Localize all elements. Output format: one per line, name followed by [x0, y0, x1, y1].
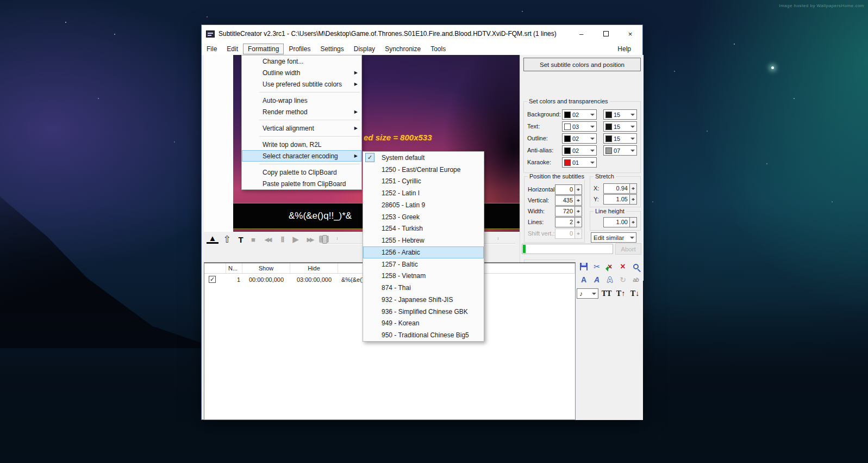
antialias-color-combo[interactable]: 02 [562, 145, 597, 156]
spinner-arrows[interactable] [575, 195, 582, 206]
menu-item-auto-wrap[interactable]: Auto-wrap lines [242, 95, 361, 106]
case-down-icon[interactable]: T↓ [629, 288, 641, 299]
submenu-item-1254[interactable]: 1254 - Turkish [363, 223, 484, 235]
play-icon[interactable]: ▶ [290, 233, 302, 245]
submenu-item-1258[interactable]: 1258 - Vietnam [363, 270, 484, 282]
title-bar[interactable]: SubtitleCreator v2.3rc1 - C:\Users\M\Des… [202, 25, 642, 42]
font-bold-icon[interactable]: A [578, 274, 590, 285]
header-num[interactable]: N... [226, 263, 242, 273]
spinner-arrows[interactable] [630, 194, 637, 205]
menu-help[interactable]: Help [613, 44, 636, 54]
font-outline-icon[interactable]: A [604, 274, 616, 285]
skip-back-icon[interactable]: ◀◀ [260, 233, 274, 245]
eject-icon[interactable]: ▲ [207, 233, 218, 244]
lines-spinner[interactable]: 2 [555, 217, 582, 227]
seek-slider-thumb[interactable] [322, 235, 327, 244]
spinner-arrows[interactable] [630, 217, 637, 227]
submenu-item-874[interactable]: 874 - Thai [363, 282, 484, 294]
cut-icon[interactable]: ✂ [591, 261, 603, 272]
menu-item-render-method[interactable]: Render method▶ [242, 106, 361, 118]
submenu-arrow-icon: ▶ [354, 109, 358, 114]
header-hide[interactable]: Hide [290, 263, 338, 273]
menu-item-prefered-colors[interactable]: Use prefered subtitle colors▶ [242, 78, 361, 90]
chevron-down-icon [591, 289, 598, 298]
close-button[interactable]: × [618, 25, 642, 42]
submenu-item-system-default[interactable]: ✓ System default [363, 152, 484, 164]
menu-edit[interactable]: Edit [222, 44, 243, 54]
spellcheck-icon[interactable]: ab [630, 274, 642, 285]
delete-icon[interactable]: × [617, 261, 629, 272]
save-icon[interactable] [578, 261, 590, 272]
submenu-item-932[interactable]: 932 - Japanese Shift-JIS [363, 294, 484, 306]
delete-import-icon[interactable]: × [604, 261, 616, 272]
text-alpha-combo[interactable]: 15 [603, 121, 637, 132]
maximize-button[interactable] [594, 25, 618, 42]
menu-file[interactable]: File [202, 44, 222, 54]
vertical-spinner[interactable]: 435 [555, 195, 582, 206]
set-colors-position-button[interactable]: Set subtitle colors and position [523, 58, 641, 71]
spinner-arrows[interactable] [575, 184, 582, 195]
stretch-group-title: Stretch [594, 173, 616, 180]
menu-item-copy-palette[interactable]: Copy palette to ClipBoard [242, 166, 361, 178]
menu-item-paste-palette[interactable]: Paste palette from ClipBoard [242, 178, 361, 189]
skip-forward-icon[interactable]: ▶▶ [303, 233, 317, 245]
submenu-item-1255[interactable]: 1255 - Hebrew [363, 234, 484, 246]
submenu-item-1251[interactable]: 1251 - Cyrillic [363, 176, 484, 188]
menu-settings[interactable]: Settings [315, 44, 348, 54]
menu-formatting[interactable]: Formatting [243, 44, 284, 54]
edit-similar-dropdown[interactable]: Edit similar [591, 232, 636, 243]
karaoke-color-combo[interactable]: 01 [562, 157, 597, 168]
submenu-item-936[interactable]: 936 - Simplified Chinese GBK [363, 306, 484, 318]
font-italic-icon[interactable]: A [591, 274, 603, 285]
menu-item-change-font[interactable]: Change font... [242, 55, 361, 67]
submenu-item-1250[interactable]: 1250 - East/Central Europe [363, 164, 484, 176]
antialias-alpha-combo[interactable]: 07 [603, 145, 637, 156]
stop-icon[interactable]: ■ [247, 233, 259, 245]
width-spinner[interactable]: 720 [555, 206, 582, 217]
pause-icon[interactable]: Ⅱ [277, 233, 289, 245]
submenu-item-949[interactable]: 949 - Korean [363, 318, 484, 330]
case-tt-icon[interactable]: TT [601, 288, 613, 299]
progress-fill [523, 245, 526, 253]
menu-item-select-encoding[interactable]: Select character encoding▶ [242, 150, 361, 162]
top-align-icon[interactable]: ⇧ [221, 233, 233, 245]
header-show[interactable]: Show [242, 263, 290, 273]
horizontal-spinner[interactable]: 0 [555, 184, 582, 195]
spinner-arrows[interactable] [630, 183, 637, 194]
chevron-down-icon [589, 146, 596, 155]
outline-color-combo[interactable]: 02 [562, 133, 597, 144]
background-color-combo[interactable]: 02 [562, 109, 597, 120]
menu-tools[interactable]: Tools [426, 44, 451, 54]
stretch-x-spinner[interactable]: 0.94 [603, 183, 637, 194]
menu-item-outline-width[interactable]: Outline width▶ [242, 67, 361, 78]
text-color-combo[interactable]: 03 [562, 121, 597, 132]
color-swatch [564, 124, 571, 130]
spinner-arrows[interactable] [575, 217, 582, 227]
text-tool-icon[interactable]: T [235, 233, 246, 245]
line-height-spinner[interactable]: 1.00 [603, 217, 637, 227]
case-up-icon[interactable]: T↑ [615, 288, 627, 299]
menu-synchronize[interactable]: Synchronize [380, 44, 426, 54]
submenu-item-28605[interactable]: 28605 - Latin 9 [363, 199, 484, 211]
color-swatch [605, 124, 612, 130]
row-checkbox[interactable]: ✓ [209, 276, 216, 283]
spinner-arrows[interactable] [575, 206, 582, 217]
outline-alpha-combo[interactable]: 15 [603, 133, 637, 144]
menu-display[interactable]: Display [349, 44, 380, 54]
submenu-item-1253[interactable]: 1253 - Greek [363, 211, 484, 223]
bright-star [771, 66, 774, 69]
menu-profiles[interactable]: Profiles [284, 44, 315, 54]
find-icon[interactable] [630, 261, 642, 272]
submenu-item-1252[interactable]: 1252 - Latin I [363, 187, 484, 199]
color-swatch [564, 112, 571, 118]
submenu-item-950[interactable]: 950 - Traditional Chinese Big5 [363, 329, 484, 341]
submenu-item-1256-arabic[interactable]: 1256 - Arabic [363, 246, 484, 258]
music-note-dropdown[interactable]: ♪ [577, 288, 598, 299]
background-alpha-combo[interactable]: 15 [603, 109, 637, 120]
menu-item-write-top-down[interactable]: Write top down, R2L [242, 139, 361, 150]
color-swatch [564, 135, 571, 142]
menu-item-vertical-alignment[interactable]: Vertical alignment▶ [242, 122, 361, 134]
submenu-item-1257[interactable]: 1257 - Baltic [363, 258, 484, 270]
minimize-button[interactable]: – [569, 25, 594, 42]
stretch-y-spinner[interactable]: 1.05 [603, 194, 637, 205]
